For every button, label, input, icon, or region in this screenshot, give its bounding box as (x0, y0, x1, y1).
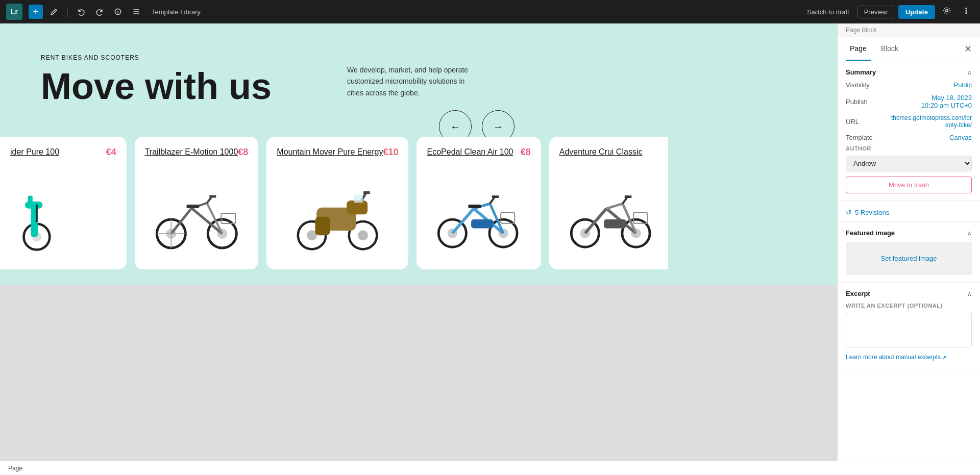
author-label: AUTHOR (846, 145, 972, 152)
product-image (277, 167, 398, 259)
url-label: URL (846, 118, 859, 126)
publish-date: May 18, 2023 (932, 94, 972, 102)
panel-close-button[interactable]: ✕ (960, 37, 972, 61)
logo[interactable]: Lr (6, 4, 22, 20)
product-price: €8 (238, 147, 248, 158)
product-image (427, 167, 530, 259)
canvas-area: RENT BIKES AND SCOOTERS Move with us We … (0, 23, 837, 461)
tab-block[interactable]: Block (877, 37, 902, 61)
product-card: Adventure Crui Classic (549, 137, 669, 270)
status-bar: Page (0, 461, 980, 475)
svg-line-59 (606, 204, 623, 209)
hero-tag: RENT BIKES AND SCOOTERS (41, 54, 796, 61)
product-name-price-row: ider Pure 100 €4 (10, 147, 116, 162)
revisions-icon: ↺ (846, 208, 852, 216)
visibility-value[interactable]: Public (954, 81, 972, 89)
toolbar-divider (67, 7, 68, 17)
svg-point-33 (358, 231, 368, 241)
undo-button[interactable] (74, 6, 88, 18)
template-label: Template (846, 134, 873, 141)
product-image (145, 167, 249, 259)
summary-title: Summary (846, 68, 876, 76)
featured-image-header[interactable]: Featured image ∧ (846, 229, 972, 237)
publish-row: Publish May 18, 2023 10:20 am UTC+0 (846, 94, 972, 109)
svg-point-9 (966, 13, 967, 14)
settings-button[interactable] (939, 4, 954, 19)
svg-rect-26 (186, 205, 199, 208)
product-name[interactable]: Adventure Crui Classic (559, 147, 643, 158)
publish-value[interactable]: May 18, 2023 10:20 am UTC+0 (921, 94, 972, 109)
hero-title: Move with us (41, 67, 316, 106)
edit-mode-button[interactable] (47, 6, 61, 18)
svg-rect-14 (28, 196, 33, 203)
product-name[interactable]: Trailblazer E-Motion 1000 (145, 147, 238, 158)
featured-image-area[interactable]: Set featured image (846, 242, 972, 275)
add-block-button[interactable]: + (29, 5, 43, 19)
svg-rect-13 (25, 202, 43, 209)
revisions-row[interactable]: ↺ 5 Revisions (846, 208, 972, 216)
learn-more-link[interactable]: Learn more about manual excerpts (846, 354, 972, 361)
product-price: €8 (521, 147, 531, 158)
product-name[interactable]: EcoPedal Clean Air 100 (427, 147, 513, 158)
svg-rect-36 (315, 217, 330, 235)
toolbar: Lr + Template Library Switch to draft Pr… (0, 0, 980, 23)
template-value[interactable]: Canvas (949, 134, 972, 141)
product-card: Trailblazer E-Motion 1000 €8 (135, 137, 259, 270)
hero-description: We develop, market, and help operate cus… (347, 64, 470, 98)
product-price: €4 (106, 147, 116, 158)
svg-rect-61 (604, 219, 626, 228)
svg-rect-51 (469, 205, 481, 208)
featured-image-chevron: ∧ (967, 230, 972, 237)
list-view-button[interactable] (129, 6, 143, 18)
url-value[interactable]: themes.getmotopress.com/lorenty-bike/ (890, 114, 972, 129)
product-name[interactable]: ider Pure 100 (10, 147, 59, 158)
product-name[interactable]: Mountain Mover Pure Energy (277, 147, 383, 158)
author-select[interactable]: Andrew (846, 156, 972, 171)
preview-button[interactable]: Preview (857, 6, 894, 18)
products-section: ider Pure 100 €4 (0, 127, 837, 285)
excerpt-chevron: ∧ (967, 290, 972, 297)
page-block-label: Page Block (838, 23, 885, 37)
product-name-price-row: Mountain Mover Pure Energy €10 (277, 147, 398, 162)
product-card: EcoPedal Clean Air 100 €8 (416, 137, 541, 270)
excerpt-title: Excerpt (846, 290, 870, 297)
product-card: ider Pure 100 €4 (0, 137, 127, 270)
visibility-row: Visibility Public (846, 81, 972, 89)
revisions-section: ↺ 5 Revisions (838, 201, 980, 222)
product-price: €10 (383, 147, 398, 158)
product-card: Mountain Mover Pure Energy €10 (266, 137, 408, 270)
page-block-header: Page Block (838, 23, 980, 37)
svg-point-2 (118, 10, 118, 11)
product-name-price-row: EcoPedal Clean Air 100 €8 (427, 147, 530, 162)
url-row: URL themes.getmotopress.com/lorenty-bike… (846, 114, 972, 129)
redo-button[interactable] (92, 6, 107, 18)
summary-header[interactable]: Summary ∧ (846, 68, 972, 76)
svg-rect-39 (354, 195, 363, 203)
toolbar-title: Template Library (152, 8, 799, 16)
product-image (559, 167, 658, 259)
product-name-price-row: Adventure Crui Classic (559, 147, 658, 162)
template-row: Template Canvas (846, 134, 972, 141)
summary-section: Summary ∧ Visibility Public Publish May … (838, 61, 980, 201)
panel-tabs: Page Block ✕ (838, 37, 980, 61)
update-button[interactable]: Update (898, 5, 935, 19)
switch-draft-button[interactable]: Switch to draft (803, 6, 853, 18)
excerpt-write-label: WRITE AN EXCERPT (OPTIONAL) (846, 303, 972, 309)
excerpt-textarea[interactable] (846, 312, 972, 347)
info-button[interactable] (111, 6, 125, 18)
product-name-price-row: Trailblazer E-Motion 1000 €8 (145, 147, 249, 162)
visibility-label: Visibility (846, 81, 870, 89)
svg-point-6 (946, 10, 948, 12)
revisions-label: 5 Revisions (855, 209, 889, 216)
hero-section: RENT BIKES AND SCOOTERS Move with us We … (0, 23, 837, 127)
publish-label: Publish (846, 98, 868, 106)
featured-image-section: Featured image ∧ Set featured image (838, 222, 980, 283)
toolbar-right: Switch to draft Preview Update (803, 4, 974, 19)
move-to-trash-button[interactable]: Move to trash (846, 177, 972, 193)
excerpt-section: Excerpt ∧ WRITE AN EXCERPT (OPTIONAL) Le… (838, 283, 980, 368)
excerpt-header[interactable]: Excerpt ∧ (846, 290, 972, 297)
svg-point-8 (966, 10, 967, 11)
more-options-button[interactable] (959, 4, 974, 19)
right-panel: Page Block Page Block ✕ Summary ∧ Visibi… (837, 23, 980, 461)
tab-page[interactable]: Page (846, 37, 871, 61)
